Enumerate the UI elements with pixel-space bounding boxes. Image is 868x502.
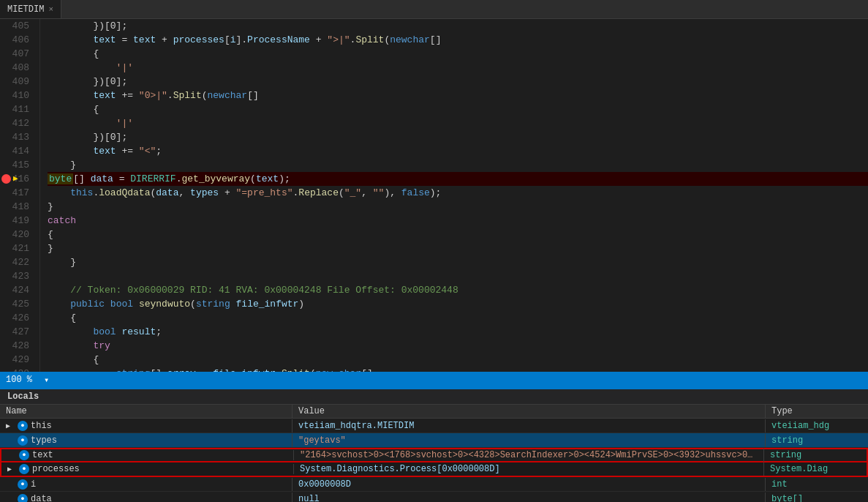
gutter-430: 430 xyxy=(0,367,34,372)
line-409: })[0]; xyxy=(48,75,868,89)
code-content[interactable]: })[0]; text = text + processes[i].Proces… xyxy=(40,19,868,372)
locals-row-i[interactable]: ▶ ● i 0x0000008D int xyxy=(0,477,868,492)
tab-close-icon[interactable]: × xyxy=(48,5,53,14)
var-name-types: types xyxy=(31,435,57,446)
gutter-415: 415 xyxy=(0,158,34,172)
line-417: this.loadQdata(data, types + "=pre_hts".… xyxy=(48,186,868,200)
gutter-422: 422 xyxy=(0,255,34,269)
locals-type-processes: System.Diag xyxy=(764,462,867,476)
locals-value-types: "geytavs" xyxy=(293,434,766,447)
status-bar: 100 % ▾ xyxy=(0,372,868,388)
locals-type-types: string xyxy=(766,434,868,447)
gutter-418: 418 xyxy=(0,200,34,214)
gutter-410: 410 xyxy=(0,89,34,102)
locals-row-types[interactable]: ▶ ● types "geytavs" string xyxy=(0,433,868,448)
editor-area: 405 406 407 408 409 410 411 412 413 414 … xyxy=(0,19,868,372)
col-header-type: Type xyxy=(766,405,868,418)
locals-value-i: 0x0000008D xyxy=(293,478,766,491)
var-icon-processes: ● xyxy=(19,464,29,474)
gutter-406: 406 xyxy=(0,33,34,47)
locals-col-headers: Name Value Type xyxy=(0,405,868,419)
line-429: { xyxy=(48,353,868,367)
gutter-412: 412 xyxy=(0,116,34,130)
gutter-425: 425 xyxy=(0,297,34,311)
line-422: } xyxy=(48,255,868,269)
gutter-428: 428 xyxy=(0,339,34,353)
locals-panel: Locals Name Value Type ▶ ● this vteiiam_… xyxy=(0,388,868,502)
col-header-name: Name xyxy=(0,405,293,418)
gutter-409: 409 xyxy=(0,75,34,89)
gutter-426: 426 xyxy=(0,311,34,325)
var-icon-types: ● xyxy=(18,435,28,446)
var-name-text: text xyxy=(32,450,53,460)
locals-name-data: ▶ ● data xyxy=(0,492,293,503)
expand-processes-arrow[interactable]: ▶ xyxy=(7,465,16,473)
var-icon-this: ● xyxy=(18,421,28,431)
zoom-controls[interactable]: ▾ xyxy=(44,375,49,386)
locals-type-text: string xyxy=(764,449,867,462)
line-411: { xyxy=(48,102,868,116)
gutter-421: 421 xyxy=(0,241,34,255)
gutter-420: 420 xyxy=(0,228,34,241)
locals-panel-header: Locals xyxy=(0,389,868,405)
locals-type-data: byte[] xyxy=(766,492,868,503)
locals-name-this: ▶ ● this xyxy=(0,419,293,432)
locals-name-types: ▶ ● types xyxy=(0,434,293,447)
locals-table: Name Value Type ▶ ● this vteiiam_hdqtra.… xyxy=(0,405,868,502)
gutter-419: 419 xyxy=(0,214,34,228)
locals-row-this[interactable]: ▶ ● this vteiiam_hdqtra.MIETDIM vteiiam_… xyxy=(0,419,868,433)
locals-value-data: null xyxy=(293,492,766,503)
line-413: })[0]; xyxy=(48,130,868,144)
gutter-405: 405 xyxy=(0,19,34,33)
var-name-i: i xyxy=(31,479,36,490)
locals-name-processes: ▶ ● processes xyxy=(1,464,294,474)
expand-this-arrow[interactable]: ▶ xyxy=(6,422,15,430)
mietdim-tab[interactable]: MIETDIM × xyxy=(0,0,61,18)
locals-name-text: ▶ ● text xyxy=(1,450,294,460)
var-name-processes: processes xyxy=(32,464,80,474)
line-427: bool result; xyxy=(48,325,868,339)
line-410: text += "0>|".Split(new char[] xyxy=(48,89,868,102)
line-418: } xyxy=(48,200,868,214)
tab-label: MIETDIM xyxy=(7,4,44,15)
gutter-414: 414 xyxy=(0,144,34,158)
line-408: '|' xyxy=(48,61,868,75)
gutter-407: 407 xyxy=(0,47,34,61)
line-420: { xyxy=(48,228,868,241)
line-415: } xyxy=(48,158,868,172)
line-407: { xyxy=(48,47,868,61)
var-icon-i: ● xyxy=(18,479,28,490)
gutter-416[interactable]: ▶ 416 xyxy=(0,172,34,186)
line-430: string[] array = file_infwtr.Split(new c… xyxy=(48,367,868,372)
line-425: public bool seyndwuto(string file_infwtr… xyxy=(48,297,868,311)
gutter-423: 423 xyxy=(0,269,34,283)
line-405: })[0]; xyxy=(48,19,868,33)
locals-type-this: vteiiam_hdg xyxy=(766,419,868,432)
line-419: catch xyxy=(48,214,868,228)
line-428: try xyxy=(48,339,868,353)
line-421: } xyxy=(48,241,868,255)
line-gutter: 405 406 407 408 409 410 411 412 413 414 … xyxy=(0,19,40,372)
locals-type-i: int xyxy=(766,478,868,491)
gutter-417: 417 xyxy=(0,186,34,200)
line-416: byte[] data = DIRERRIF.get_byvewray(text… xyxy=(48,172,868,186)
var-name-this: this xyxy=(31,421,52,431)
tab-bar: MIETDIM × xyxy=(0,0,868,19)
var-icon-data: ● xyxy=(18,494,28,503)
var-name-data: data xyxy=(31,494,52,503)
gutter-424: 424 xyxy=(0,283,34,297)
zoom-level: 100 % xyxy=(6,375,32,385)
line-406: text = text + processes[i].ProcessName +… xyxy=(48,33,868,47)
locals-row-data[interactable]: ▶ ● data null byte[] xyxy=(0,492,868,502)
gutter-411: 411 xyxy=(0,102,34,116)
gutter-427: 427 xyxy=(0,325,34,339)
zoom-down-icon[interactable]: ▾ xyxy=(44,375,49,386)
gutter-413: 413 xyxy=(0,130,34,144)
locals-title: Locals xyxy=(7,392,39,402)
locals-row-processes[interactable]: ▶ ● processes System.Diagnostics.Process… xyxy=(0,462,868,477)
line-414: text += "<"; xyxy=(48,144,868,158)
locals-row-text[interactable]: ▶ ● text "2164>svchost>0><1768>svchost>0… xyxy=(0,448,868,462)
breakpoint-416 xyxy=(1,174,11,184)
locals-name-i: ▶ ● i xyxy=(0,478,293,491)
line-412: '|' xyxy=(48,116,868,130)
